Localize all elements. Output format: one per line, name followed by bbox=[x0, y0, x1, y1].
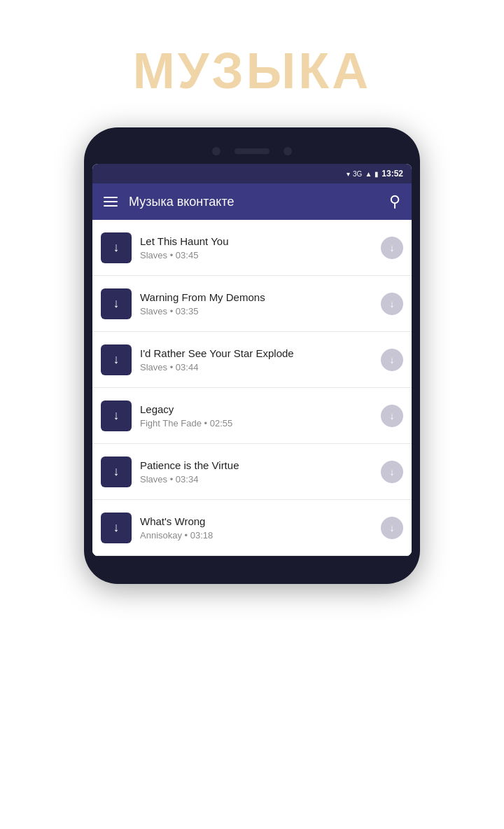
menu-button[interactable] bbox=[104, 197, 118, 207]
app-bar: Музыка вконтакте ⚲ bbox=[92, 183, 412, 220]
download-button-2[interactable]: ↓ bbox=[101, 288, 132, 319]
download-arrow-icon: ↓ bbox=[113, 408, 120, 423]
cloud-icon-6: ↓ bbox=[390, 522, 395, 534]
song-info-1: Let This Haunt You Slaves • 03:45 bbox=[140, 235, 372, 260]
song-title-1: Let This Haunt You bbox=[140, 235, 372, 247]
download-button-6[interactable]: ↓ bbox=[101, 513, 132, 543]
cloud-download-3[interactable]: ↓ bbox=[381, 349, 403, 371]
separator-3: • bbox=[170, 362, 176, 372]
phone-screen: ▾ 3G ▲ ▮ 13:52 Музыка вконтакте ⚲ ↓ bbox=[92, 164, 412, 556]
separator-6: • bbox=[185, 530, 190, 541]
download-arrow-icon: ↓ bbox=[113, 240, 120, 255]
song-duration-5: 03:34 bbox=[176, 474, 199, 485]
song-artist-1: Slaves bbox=[140, 250, 167, 260]
song-title-3: I'd Rather See Your Star Explode bbox=[140, 347, 372, 359]
status-bar: ▾ 3G ▲ ▮ 13:52 bbox=[92, 164, 412, 183]
download-arrow-icon: ↓ bbox=[113, 296, 120, 311]
battery-icon: ▮ bbox=[374, 170, 379, 178]
song-title-5: Patience is the Virtue bbox=[140, 459, 372, 471]
phone-device: ▾ 3G ▲ ▮ 13:52 Музыка вконтакте ⚲ ↓ bbox=[84, 127, 420, 584]
download-button-5[interactable]: ↓ bbox=[101, 457, 132, 487]
song-info-2: Warning From My Demons Slaves • 03:35 bbox=[140, 291, 372, 316]
download-button-3[interactable]: ↓ bbox=[101, 344, 132, 375]
search-icon[interactable]: ⚲ bbox=[389, 193, 400, 211]
cloud-download-2[interactable]: ↓ bbox=[381, 293, 403, 315]
cloud-download-6[interactable]: ↓ bbox=[381, 517, 403, 539]
cloud-download-4[interactable]: ↓ bbox=[381, 405, 403, 427]
download-button-1[interactable]: ↓ bbox=[101, 232, 132, 263]
separator-1: • bbox=[170, 250, 176, 260]
phone-notch bbox=[92, 141, 412, 164]
song-info-5: Patience is the Virtue Slaves • 03:34 bbox=[140, 459, 372, 485]
song-meta-2: Slaves • 03:35 bbox=[140, 306, 372, 316]
list-item: ↓ Legacy Fight The Fade • 02:55 ↓ bbox=[92, 388, 412, 444]
phone-chin bbox=[92, 556, 412, 570]
list-item: ↓ What's Wrong Annisokay • 03:18 ↓ bbox=[92, 500, 412, 556]
download-button-4[interactable]: ↓ bbox=[101, 400, 132, 431]
list-item: ↓ I'd Rather See Your Star Explode Slave… bbox=[92, 332, 412, 388]
song-artist-4: Fight The Fade bbox=[140, 418, 202, 429]
status-time: 13:52 bbox=[382, 169, 403, 179]
song-info-6: What's Wrong Annisokay • 03:18 bbox=[140, 515, 372, 541]
list-item: ↓ Let This Haunt You Slaves • 03:45 ↓ bbox=[92, 220, 412, 276]
song-meta-6: Annisokay • 03:18 bbox=[140, 530, 372, 541]
separator-2: • bbox=[170, 306, 176, 316]
song-artist-3: Slaves bbox=[140, 362, 167, 372]
download-arrow-icon: ↓ bbox=[113, 464, 120, 479]
cloud-download-1[interactable]: ↓ bbox=[381, 237, 403, 259]
cloud-icon-3: ↓ bbox=[390, 354, 395, 365]
song-duration-2: 03:35 bbox=[176, 306, 199, 316]
song-title-4: Legacy bbox=[140, 403, 372, 415]
cloud-icon-1: ↓ bbox=[390, 242, 395, 253]
list-item: ↓ Patience is the Virtue Slaves • 03:34 … bbox=[92, 444, 412, 500]
song-duration-1: 03:45 bbox=[176, 250, 199, 260]
cloud-icon-2: ↓ bbox=[390, 298, 395, 309]
song-title-2: Warning From My Demons bbox=[140, 291, 372, 303]
front-camera bbox=[212, 147, 220, 155]
download-arrow-icon: ↓ bbox=[113, 520, 120, 535]
song-meta-1: Slaves • 03:45 bbox=[140, 250, 372, 260]
separator-5: • bbox=[170, 474, 176, 485]
cloud-download-5[interactable]: ↓ bbox=[381, 461, 403, 483]
song-artist-2: Slaves bbox=[140, 306, 167, 316]
song-artist-6: Annisokay bbox=[140, 530, 182, 541]
cloud-icon-5: ↓ bbox=[390, 466, 395, 478]
song-meta-5: Slaves • 03:34 bbox=[140, 474, 372, 485]
separator-4: • bbox=[204, 418, 210, 429]
app-title: Музыка вконтакте bbox=[129, 195, 378, 209]
wifi-icon: ▾ bbox=[346, 170, 350, 178]
download-arrow-icon: ↓ bbox=[113, 352, 120, 367]
song-duration-4: 02:55 bbox=[210, 418, 233, 429]
page-title: МУЗЫКА bbox=[133, 42, 371, 99]
song-title-6: What's Wrong bbox=[140, 515, 372, 527]
song-info-4: Legacy Fight The Fade • 02:55 bbox=[140, 403, 372, 429]
song-meta-3: Slaves • 03:44 bbox=[140, 362, 372, 372]
list-item: ↓ Warning From My Demons Slaves • 03:35 … bbox=[92, 276, 412, 332]
network-label: 3G bbox=[353, 170, 362, 178]
status-icons: ▾ 3G ▲ ▮ 13:52 bbox=[346, 169, 403, 179]
song-duration-3: 03:44 bbox=[176, 362, 199, 372]
cloud-icon-4: ↓ bbox=[390, 410, 395, 422]
signal-icon: ▲ bbox=[365, 170, 372, 178]
song-duration-6: 03:18 bbox=[190, 530, 214, 541]
song-list: ↓ Let This Haunt You Slaves • 03:45 ↓ bbox=[92, 220, 412, 556]
song-info-3: I'd Rather See Your Star Explode Slaves … bbox=[140, 347, 372, 372]
earpiece bbox=[234, 148, 270, 154]
front-sensor bbox=[284, 147, 292, 155]
song-artist-5: Slaves bbox=[140, 474, 167, 485]
song-meta-4: Fight The Fade • 02:55 bbox=[140, 418, 372, 429]
